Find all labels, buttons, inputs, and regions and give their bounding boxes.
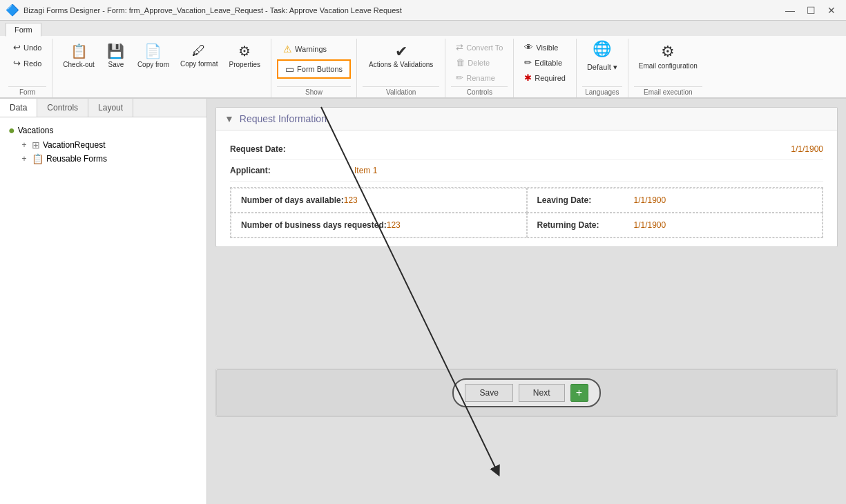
undo-button[interactable]: ↩ Undo — [8, 40, 46, 55]
editable-button[interactable]: ✏ Editable — [519, 55, 570, 70]
languages-group-label: Languages — [582, 86, 622, 96]
delete-button[interactable]: 🗑 Delete — [451, 55, 508, 70]
form-buttons-row: Save Next + — [452, 378, 600, 407]
redo-icon: ↪ — [13, 58, 21, 68]
tree-item-vacations[interactable]: ● Vacations — [6, 123, 201, 138]
ribbon-group-undoredo: ↩ Undo ↪ Redo Form — [3, 39, 52, 97]
email-icon: ⚙ — [661, 43, 675, 61]
section-title: Request Information — [240, 113, 327, 124]
expand-icon2: + — [19, 154, 29, 164]
rename-icon: ✏ — [456, 72, 463, 83]
form-row-requestdate: Request Date: 1/1/1900 — [230, 139, 823, 160]
applicant-label: Applicant: — [230, 166, 354, 175]
request-info-panel: ▼ Request Information Request Date: 1/1/… — [215, 107, 838, 247]
ribbon-group-show: ⚠ Warnings ▭ Form Buttons Show — [271, 39, 357, 97]
main-layout: Data Controls Layout ● Vacations + ⊞ Vac… — [0, 99, 846, 504]
tab-layout[interactable]: Layout — [88, 99, 133, 117]
requestdate-value: 1/1/1900 — [791, 144, 823, 154]
title-bar: 🔷 Bizagi Forms Designer - Form: frm_Appr… — [0, 0, 846, 21]
canvas-wrapper: ▼ Request Information Request Date: 1/1/… — [207, 99, 846, 504]
required-button[interactable]: ✱ Required — [519, 70, 570, 85]
form-icon: 📋 — [32, 153, 44, 164]
app-icon: 🔷 — [6, 3, 19, 17]
form-buttons-button[interactable]: ▭ Form Buttons — [277, 59, 351, 79]
collapse-icon[interactable]: ▼ — [224, 113, 234, 124]
tab-controls[interactable]: Controls — [37, 99, 88, 117]
tree-item-vacationrequest[interactable]: + ⊞ VacationRequest — [17, 138, 201, 152]
convertto-icon: ⇄ — [456, 42, 463, 52]
form-grid: Number of days available: 123 Leaving Da… — [230, 187, 823, 238]
controls-group-label: Controls — [451, 86, 508, 96]
tree-vacationrequest-label: VacationRequest — [43, 140, 106, 150]
tab-data[interactable]: Data — [0, 99, 37, 117]
next-form-button[interactable]: Next — [519, 384, 565, 402]
spacer — [215, 253, 838, 363]
validation-group-label: Validation — [363, 86, 439, 96]
leavingdate-value: 1/1/1900 — [634, 195, 813, 205]
maximize-button[interactable]: ☐ — [802, 1, 820, 19]
formbuttons-icon: ▭ — [285, 64, 294, 75]
warnings-icon: ⚠ — [283, 43, 292, 55]
default-language-button[interactable]: Default ▾ — [582, 61, 622, 74]
save-form-button[interactable]: Save — [465, 384, 512, 402]
rename-button[interactable]: ✏ Rename — [451, 70, 508, 85]
tab-form[interactable]: Form — [6, 23, 41, 37]
undoredo-group-label: Form — [8, 86, 46, 96]
numdaysavail-label: Number of days available: — [241, 195, 344, 205]
ribbon-group-ver: 👁 Visible ✏ Editable ✱ Required — [514, 39, 577, 97]
actions-validations-button[interactable]: ✔ Actions & Validations — [363, 40, 439, 71]
left-panel: Data Controls Layout ● Vacations + ⊞ Vac… — [0, 99, 207, 504]
warnings-button[interactable]: ⚠ Warnings — [277, 40, 333, 58]
save-ribbon-button[interactable]: 💾 Save — [101, 40, 131, 72]
tree-item-reusableforms[interactable]: + 📋 Reusable Forms — [17, 152, 201, 166]
panel-header: ▼ Request Information — [216, 108, 837, 130]
redo-button[interactable]: ↪ Redo — [8, 56, 46, 70]
properties-button[interactable]: ⚙ Properties — [224, 40, 265, 72]
numbusindays-value: 123 — [387, 220, 517, 230]
actions-icon: ✔ — [395, 43, 407, 61]
grid-cell-leavingdate: Leaving Date: 1/1/1900 — [527, 188, 823, 213]
tree-vacations-label: Vacations — [18, 126, 54, 135]
numbusindays-label: Number of business days requested: — [241, 220, 387, 230]
requestdate-label: Request Date: — [230, 144, 354, 154]
ribbon-group-email: ⚙ Email configuration Email execution — [628, 39, 708, 97]
show-group-label: Show — [277, 86, 351, 96]
tree-reusableforms-label: Reusable Forms — [46, 154, 107, 164]
expand-icon: + — [19, 140, 29, 150]
required-icon: ✱ — [524, 72, 532, 83]
languages-icon: 🌐 — [593, 40, 611, 58]
ribbon-group-controls: ⇄ Convert To 🗑 Delete ✏ Rename Controls — [445, 39, 514, 97]
copyformat-button[interactable]: 🖊 Copy format — [175, 40, 222, 71]
close-button[interactable]: ✕ — [823, 1, 840, 19]
email-config-button[interactable]: ⚙ Email configuration — [634, 40, 702, 73]
undo-icon: ↩ — [13, 42, 21, 52]
checkout-icon: 📋 — [70, 43, 88, 59]
table-icon: ⊞ — [32, 139, 40, 151]
leavingdate-label: Leaving Date: — [537, 195, 634, 205]
convertto-button[interactable]: ⇄ Convert To — [451, 40, 508, 55]
checkout-button[interactable]: 📋 Check-out — [58, 40, 99, 72]
minimize-button[interactable]: — — [781, 1, 799, 19]
ribbon-tabs: Form — [0, 21, 846, 36]
visible-icon: 👁 — [524, 42, 533, 52]
grid-cell-returningdate: Returning Date: 1/1/1900 — [527, 213, 823, 238]
buttons-panel: Save Next + — [216, 369, 837, 416]
canvas-area[interactable]: ▼ Request Information Request Date: 1/1/… — [207, 99, 846, 504]
delete-icon: 🗑 — [456, 57, 465, 68]
applicant-value: Item 1 — [354, 166, 823, 175]
editable-icon: ✏ — [524, 57, 532, 68]
tree-child-reusableforms: + 📋 Reusable Forms — [17, 152, 201, 166]
ribbon-group-languages: 🌐 Default ▾ Languages — [577, 39, 628, 97]
numdaysavail-value: 123 — [344, 195, 517, 205]
tree-dot-icon: ● — [8, 124, 15, 137]
visible-button[interactable]: 👁 Visible — [519, 40, 570, 55]
copyfrom-button[interactable]: 📄 Copy from — [133, 40, 174, 72]
buttons-panel-container: Save Next + — [215, 369, 838, 417]
returningdate-value: 1/1/1900 — [634, 220, 813, 230]
copyfrom-icon: 📄 — [144, 43, 162, 59]
form-row-applicant: Applicant: Item 1 — [230, 160, 823, 182]
email-group-label: Email execution — [634, 86, 702, 96]
add-button-button[interactable]: + — [570, 384, 588, 402]
tree-child-vacationrequest: + ⊞ VacationRequest — [17, 138, 201, 152]
ribbon-content: ↩ Undo ↪ Redo Form 📋 Check-out — [0, 36, 846, 97]
